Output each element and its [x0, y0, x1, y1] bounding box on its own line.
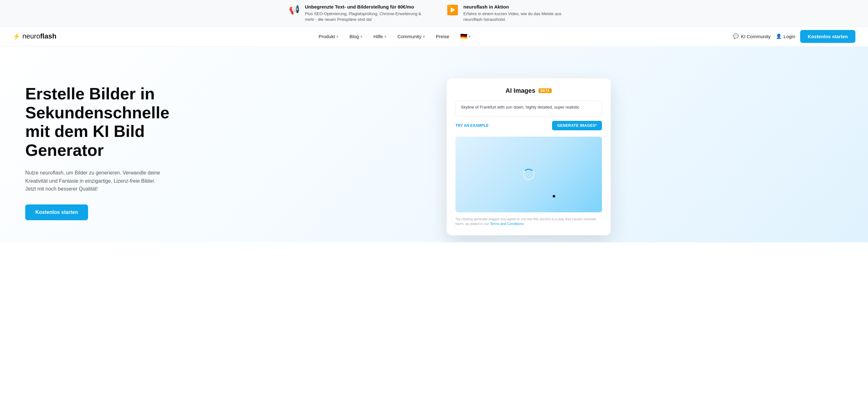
logo-icon: ⚡ — [12, 32, 21, 40]
app-preview-card: AI Images BETA Skyline of Frankfurt with… — [446, 78, 611, 235]
navbar: ⚡ neuroflash Produkt ∨ Blog ∨ Hilfe ∨ Co… — [0, 27, 868, 47]
app-card-footer: *by clicking generate images you agree t… — [456, 217, 602, 227]
image-preview-area — [456, 137, 602, 212]
chat-icon: 💬 — [733, 33, 739, 39]
app-card-header: AI Images BETA — [456, 87, 602, 94]
logo[interactable]: ⚡ neuroflash — [12, 32, 57, 40]
nav-preise[interactable]: Preise — [432, 31, 454, 42]
play-icon: ▶️ — [446, 4, 458, 15]
banner-title-1: Unbegrenzte Text- und Bilderstellung für… — [305, 4, 422, 10]
ki-community-link[interactable]: 💬 KI Community — [733, 33, 771, 39]
banner-text-2: neuroflash in Aktion Erfahre in einem ku… — [463, 4, 579, 23]
generate-button[interactable]: GENERATE IMAGES* — [552, 121, 602, 130]
banner-item-1[interactable]: 📢 Unbegrenzte Text- und Bilderstellung f… — [289, 4, 422, 23]
footer-text: *by clicking generate images you agree t… — [456, 217, 596, 226]
hero-title: Erstelle Bilder in Sekundenschnelle mit … — [25, 85, 189, 160]
chevron-down-icon: ∨ — [336, 34, 339, 38]
nav-produkt-label: Produkt — [318, 34, 335, 39]
beta-badge: BETA — [538, 88, 552, 93]
app-card-actions: TRY AN EXAMPLE GENERATE IMAGES* — [456, 121, 602, 130]
try-example-link[interactable]: TRY AN EXAMPLE — [456, 123, 489, 128]
prompt-input[interactable]: Skyline of Frankfurt with sun down, high… — [456, 101, 602, 117]
footer-end: . — [524, 222, 525, 226]
user-icon: 👤 — [776, 33, 782, 39]
nav-hilfe[interactable]: Hilfe ∨ — [369, 31, 391, 42]
chevron-down-icon: ∨ — [360, 34, 363, 38]
banner-subtitle-2: Erfahre in einem kurzen Video, wie du da… — [463, 11, 579, 23]
hero-section: Erstelle Bilder in Sekundenschnelle mit … — [0, 47, 868, 242]
banner-title-2: neuroflash in Aktion — [463, 4, 579, 10]
ki-community-label: KI Community — [741, 34, 771, 39]
terms-link[interactable]: Terms and Conditions — [490, 222, 523, 226]
flag-icon: 🇩🇪 — [460, 33, 467, 40]
nav-hilfe-label: Hilfe — [373, 34, 383, 39]
banner-subtitle-1: Plus SEO-Optimierung, Plagiatsprüfung, C… — [305, 11, 422, 23]
hero-cta-button[interactable]: Kostenlos starten — [25, 204, 88, 220]
nav-links: Produkt ∨ Blog ∨ Hilfe ∨ Community ∨ Pre… — [57, 30, 733, 42]
login-link[interactable]: 👤 Login — [776, 33, 796, 39]
hero-right: AI Images BETA Skyline of Frankfurt with… — [189, 72, 849, 235]
banner-item-2[interactable]: ▶️ neuroflash in Aktion Erfahre in einem… — [446, 4, 579, 23]
chevron-down-icon: ∨ — [384, 34, 386, 38]
hero-left: Erstelle Bilder in Sekundenschnelle mit … — [25, 72, 189, 220]
chevron-down-icon: ∨ — [468, 34, 471, 38]
nav-community[interactable]: Community ∨ — [393, 31, 430, 42]
nav-preise-label: Preise — [436, 34, 450, 39]
logo-text: neuroflash — [23, 32, 57, 40]
nav-blog-label: Blog — [349, 34, 359, 39]
megaphone-icon: 📢 — [289, 4, 300, 15]
nav-blog[interactable]: Blog ∨ — [345, 31, 367, 42]
banner-text-1: Unbegrenzte Text- und Bilderstellung für… — [305, 4, 422, 23]
cursor-indicator — [553, 195, 555, 197]
top-banner: 📢 Unbegrenzte Text- und Bilderstellung f… — [0, 0, 868, 27]
nav-right: 💬 KI Community 👤 Login Kostenlos starten — [733, 30, 856, 43]
login-label: Login — [784, 34, 796, 39]
app-card-title: AI Images — [506, 87, 535, 94]
chevron-down-icon: ∨ — [423, 34, 425, 38]
hero-subtitle: Nutze neuroflash, um Bilder zu generiere… — [25, 169, 164, 193]
cta-button[interactable]: Kostenlos starten — [800, 30, 856, 43]
nav-community-label: Community — [397, 34, 422, 39]
nav-produkt[interactable]: Produkt ∨ — [314, 31, 343, 42]
loading-spinner — [523, 169, 534, 180]
nav-flag[interactable]: 🇩🇪 ∨ — [456, 30, 475, 42]
